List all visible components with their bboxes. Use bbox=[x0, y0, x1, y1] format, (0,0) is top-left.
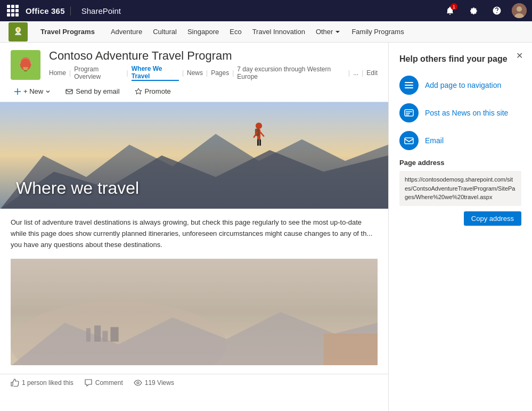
top-nav-actions: 1 bbox=[441, 2, 527, 19]
breadcrumb-where-we-travel[interactable]: Where We Travel bbox=[132, 65, 179, 81]
comment-button[interactable]: Comment bbox=[84, 379, 123, 387]
send-email-button[interactable]: Send by email bbox=[62, 85, 122, 97]
thumbs-up-icon bbox=[11, 379, 19, 387]
svg-point-11 bbox=[256, 122, 262, 129]
site-logo[interactable] bbox=[9, 22, 28, 42]
waffle-button[interactable] bbox=[5, 3, 20, 18]
svg-rect-7 bbox=[66, 89, 72, 94]
svg-rect-30 bbox=[405, 87, 413, 88]
nav-item-family[interactable]: Family Programs bbox=[351, 28, 404, 36]
email-icon-bg bbox=[399, 131, 419, 150]
settings-icon bbox=[469, 6, 478, 15]
add-to-nav-action[interactable]: Add page to navigation bbox=[399, 76, 521, 95]
chevron-down-icon bbox=[334, 29, 341, 35]
email-action-label: Email bbox=[425, 136, 444, 145]
user-avatar[interactable] bbox=[512, 3, 527, 18]
post-news-action[interactable]: Post as News on this site bbox=[399, 103, 521, 122]
nav-item-eco[interactable]: Eco bbox=[230, 28, 241, 36]
promote-label: Promote bbox=[145, 87, 171, 95]
breadcrumb-program-overview[interactable]: Program Overview bbox=[74, 65, 123, 80]
email-action[interactable]: Email bbox=[399, 131, 521, 150]
page-icon bbox=[11, 50, 40, 80]
top-navigation: Office 365 SharePoint 1 bbox=[0, 0, 532, 21]
promote-button[interactable]: Promote bbox=[132, 85, 174, 97]
menu-icon bbox=[404, 80, 414, 91]
new-button[interactable]: + New bbox=[11, 85, 54, 97]
notification-button[interactable]: 1 bbox=[441, 2, 459, 19]
svg-rect-28 bbox=[405, 82, 413, 83]
close-panel-button[interactable]: ✕ bbox=[513, 49, 526, 62]
settings-button[interactable] bbox=[465, 2, 482, 19]
news-icon bbox=[404, 108, 414, 118]
breadcrumb-pages[interactable]: Pages bbox=[211, 69, 229, 77]
email-icon bbox=[404, 135, 414, 146]
svg-rect-15 bbox=[259, 139, 261, 146]
second-image bbox=[11, 259, 378, 365]
nav-item-singapore[interactable]: Singapore bbox=[187, 28, 219, 36]
side-panel-title: Help others find your page bbox=[399, 53, 521, 65]
page-address-box[interactable]: https://contosodemosg.sharepoint.com/sit… bbox=[399, 171, 521, 206]
breadcrumb-excursion[interactable]: 7 day excursion through Western Europe bbox=[237, 65, 345, 80]
help-button[interactable] bbox=[488, 2, 505, 19]
page-toolbar: + New Send by email Promote bbox=[0, 81, 388, 102]
copy-address-button[interactable]: Copy address bbox=[464, 211, 521, 226]
side-panel: ✕ Help others find your page Add page to… bbox=[388, 43, 532, 411]
add-to-nav-label: Add page to navigation bbox=[425, 81, 501, 89]
new-label: + New bbox=[23, 87, 43, 95]
nav-item-other[interactable]: Other bbox=[316, 28, 341, 36]
views-label: 119 Views bbox=[145, 379, 174, 387]
svg-rect-35 bbox=[405, 138, 413, 144]
breadcrumb: Home | Program Overview | Where We Trave… bbox=[49, 65, 378, 81]
nav-item-travel-innovation[interactable]: Travel Innovation bbox=[252, 28, 305, 36]
post-news-icon-bg bbox=[399, 103, 419, 122]
page-address-label: Page address bbox=[399, 159, 521, 167]
views-count: 119 Views bbox=[134, 379, 174, 387]
plus-icon bbox=[14, 88, 21, 95]
nav-item-cultural[interactable]: Cultural bbox=[153, 28, 177, 36]
svg-rect-6 bbox=[24, 70, 27, 71]
office-label[interactable]: Office 365 bbox=[26, 6, 71, 15]
sharepoint-label[interactable]: SharePoint bbox=[76, 6, 121, 15]
avatar-image bbox=[512, 3, 527, 18]
site-navigation: Travel Programs Adventure Cultural Singa… bbox=[0, 21, 532, 43]
page-header: Contoso Adventure Travel Program Home | … bbox=[0, 43, 388, 81]
main-layout: Contoso Adventure Travel Program Home | … bbox=[0, 43, 532, 411]
dropdown-arrow-icon bbox=[45, 89, 51, 94]
svg-point-1 bbox=[517, 6, 522, 12]
page-content: Contoso Adventure Travel Program Home | … bbox=[0, 43, 388, 411]
svg-rect-34 bbox=[406, 114, 409, 116]
comment-label: Comment bbox=[95, 379, 123, 387]
breadcrumb-edit[interactable]: Edit bbox=[366, 69, 378, 77]
nav-item-adventure[interactable]: Adventure bbox=[111, 28, 142, 36]
email-toolbar-icon bbox=[66, 88, 73, 95]
other-label: Other bbox=[316, 28, 333, 36]
hot-air-balloon-icon bbox=[16, 55, 35, 75]
svg-rect-33 bbox=[406, 113, 410, 114]
svg-rect-14 bbox=[257, 139, 259, 146]
breadcrumb-more[interactable]: ... bbox=[353, 69, 358, 77]
breadcrumb-news[interactable]: News bbox=[187, 69, 203, 77]
likes-button[interactable]: 1 person liked this bbox=[11, 379, 73, 387]
hero-title: Where we travel bbox=[16, 178, 139, 198]
likes-count: 1 person liked this bbox=[22, 379, 73, 387]
page-main-title: Contoso Adventure Travel Program bbox=[49, 49, 378, 63]
site-title[interactable]: Travel Programs bbox=[40, 28, 95, 36]
breadcrumb-home[interactable]: Home bbox=[49, 69, 66, 77]
help-icon bbox=[492, 6, 502, 15]
comment-icon bbox=[84, 379, 93, 387]
page-body-text: Our list of adventure travel destination… bbox=[0, 209, 388, 259]
add-nav-icon-bg bbox=[399, 76, 419, 95]
send-email-label: Send by email bbox=[76, 87, 119, 95]
second-image-overlay bbox=[11, 259, 378, 365]
footer-bar: 1 person liked this Comment 119 Views bbox=[0, 374, 388, 391]
page-title-area: Contoso Adventure Travel Program Home | … bbox=[49, 49, 378, 81]
notification-badge: 1 bbox=[451, 3, 457, 10]
promote-icon bbox=[135, 88, 142, 95]
eye-icon bbox=[134, 379, 142, 387]
svg-rect-29 bbox=[405, 85, 413, 86]
svg-point-27 bbox=[137, 382, 139, 384]
post-news-label: Post as News on this site bbox=[425, 109, 508, 117]
hero-image: Where we travel bbox=[0, 102, 388, 209]
body-paragraph: Our list of adventure travel destination… bbox=[11, 217, 378, 250]
logo-icon bbox=[12, 26, 24, 38]
